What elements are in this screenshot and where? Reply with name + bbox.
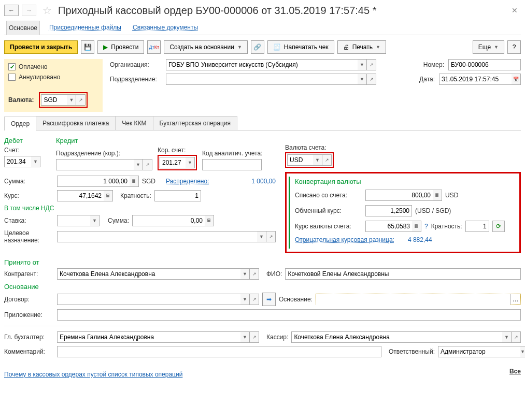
- tab-files[interactable]: Присоединенные файлы: [47, 21, 123, 35]
- more-button[interactable]: Еще▼: [473, 40, 504, 54]
- ellipsis-button[interactable]: …: [510, 294, 520, 305]
- all-link[interactable]: Все: [509, 368, 521, 375]
- open-ref-button[interactable]: ↗: [250, 294, 259, 305]
- close-icon[interactable]: ✕: [508, 6, 521, 15]
- vat-rate-input[interactable]: [57, 215, 90, 226]
- calculator-icon[interactable]: 🖩: [433, 190, 442, 201]
- favorite-star-icon[interactable]: ☆: [42, 4, 52, 17]
- dropdown-button[interactable]: ▼: [186, 157, 195, 168]
- debit-acc-input[interactable]: [4, 156, 31, 167]
- dropdown-button[interactable]: ▼: [240, 268, 250, 280]
- open-ref-button[interactable]: ↗: [250, 331, 259, 343]
- paid-checkbox[interactable]: ✔ Оплачено: [8, 63, 98, 70]
- print-button[interactable]: 🖨Печать▼: [337, 40, 386, 54]
- calculator-icon[interactable]: 🖩: [104, 190, 113, 201]
- acc-rate-input[interactable]: [365, 221, 412, 232]
- tab-main[interactable]: Основное: [6, 21, 40, 35]
- sum-input[interactable]: [57, 176, 130, 187]
- purpose-input[interactable]: [57, 231, 257, 242]
- page-title: Приходный кассовый ордер БУ00-000006 от …: [58, 5, 376, 17]
- open-ref-button[interactable]: ↗: [322, 154, 332, 166]
- vat-sum-label: Сумма:: [108, 217, 129, 224]
- contract-input[interactable]: [57, 294, 240, 305]
- dept-input[interactable]: [166, 74, 358, 85]
- dropdown-button[interactable]: ▼: [31, 156, 40, 167]
- tab-order[interactable]: Ордер: [4, 117, 36, 131]
- dropdown-button[interactable]: ▼: [520, 346, 525, 357]
- distributed-link[interactable]: Распределено:: [166, 178, 209, 185]
- dropdown-button[interactable]: ▼: [313, 154, 322, 166]
- dropdown-button[interactable]: ▼: [358, 74, 367, 85]
- refresh-button[interactable]: ⟳: [492, 221, 505, 232]
- basis-label: Основание:: [279, 296, 313, 303]
- written-input[interactable]: [365, 190, 433, 201]
- contragent-input[interactable]: [57, 268, 240, 280]
- calculator-icon[interactable]: 🖩: [412, 221, 421, 232]
- currency-label: Валюта:: [8, 96, 34, 104]
- org-input[interactable]: [166, 59, 358, 70]
- open-ref-button[interactable]: ↗: [367, 59, 376, 70]
- mult-label: Кратность:: [120, 192, 151, 199]
- create-based-button[interactable]: Создать на основании▼: [164, 40, 247, 54]
- link-icon: 🔗: [253, 44, 261, 51]
- dropdown-button[interactable]: ▼: [502, 331, 512, 343]
- comment-input[interactable]: [57, 346, 381, 357]
- attach-input[interactable]: [57, 309, 521, 321]
- fill-basis-button[interactable]: ➡: [262, 293, 276, 306]
- help-icon[interactable]: ?: [424, 223, 428, 230]
- post-close-button[interactable]: Провести и закрыть: [4, 40, 78, 54]
- tab-acc[interactable]: Бухгалтерская операция: [153, 116, 237, 130]
- tab-kkm[interactable]: Чек ККМ: [115, 116, 153, 130]
- post-button[interactable]: ▶Провести: [97, 40, 144, 54]
- basis-head: Основание: [4, 283, 521, 291]
- resp-input[interactable]: [438, 346, 520, 357]
- date-input[interactable]: [439, 74, 512, 85]
- calculator-icon[interactable]: 🖩: [130, 176, 139, 187]
- currency-input[interactable]: [41, 94, 67, 106]
- open-ref-button[interactable]: ↗: [143, 159, 152, 170]
- open-ref-button[interactable]: ↗: [266, 231, 276, 242]
- dropdown-button[interactable]: ▼: [67, 94, 76, 106]
- cancelled-checkbox[interactable]: Аннулировано: [8, 74, 98, 81]
- calendar-icon[interactable]: 📅: [512, 74, 521, 85]
- anal-input[interactable]: [202, 159, 262, 170]
- exch-currency-pair: (USD / SGD): [415, 207, 451, 214]
- conv-mult-input[interactable]: [465, 221, 489, 232]
- open-ref-button[interactable]: ↗: [250, 268, 259, 280]
- nav-back-button[interactable]: ←: [4, 5, 19, 16]
- dropdown-button[interactable]: ▼: [240, 331, 250, 343]
- open-ref-button[interactable]: ↗: [76, 94, 86, 106]
- tab-related[interactable]: Связанные документы: [131, 21, 200, 35]
- tab-decode[interactable]: Расшифровка платежа: [36, 116, 116, 130]
- dt-kt-button[interactable]: ДтКт: [147, 40, 161, 54]
- rate-input[interactable]: [57, 190, 104, 201]
- nav-forward-button[interactable]: →: [22, 5, 36, 16]
- fio-input[interactable]: [285, 268, 521, 280]
- chevron-down-icon: ▼: [494, 45, 499, 50]
- dropdown-button[interactable]: ▼: [240, 294, 250, 305]
- cashier-input[interactable]: [291, 331, 502, 343]
- dropdown-button[interactable]: ▼: [257, 231, 266, 242]
- dropdown-button[interactable]: ▼: [358, 59, 367, 70]
- chief-input[interactable]: [57, 331, 240, 343]
- save-button[interactable]: 💾: [81, 40, 94, 54]
- why-empty-link[interactable]: Почему в кассовых ордерах пустой список …: [4, 371, 182, 378]
- exch-input[interactable]: [365, 205, 412, 216]
- dropdown-button[interactable]: ▼: [90, 215, 100, 226]
- cor-acc-input[interactable]: [160, 157, 186, 168]
- mult-input[interactable]: [154, 190, 201, 201]
- open-ref-button[interactable]: ↗: [367, 74, 376, 85]
- dropdown-button[interactable]: ▼: [134, 159, 143, 170]
- dept-cor-input[interactable]: [56, 159, 134, 170]
- help-button[interactable]: ?: [507, 40, 521, 54]
- neg-diff-link[interactable]: Отрицательная курсовая разница:: [295, 236, 394, 243]
- calculator-icon[interactable]: 🖩: [205, 215, 214, 226]
- print-check-button[interactable]: 🧾Напечатать чек: [267, 40, 334, 54]
- num-input[interactable]: [448, 59, 521, 70]
- basis-input[interactable]: [316, 294, 510, 306]
- vat-sum-input[interactable]: [132, 215, 205, 226]
- link-button[interactable]: 🔗: [251, 40, 264, 54]
- open-ref-button[interactable]: ↗: [512, 331, 521, 343]
- acc-curr-input[interactable]: [287, 154, 313, 166]
- received-head: Принято от: [4, 258, 521, 266]
